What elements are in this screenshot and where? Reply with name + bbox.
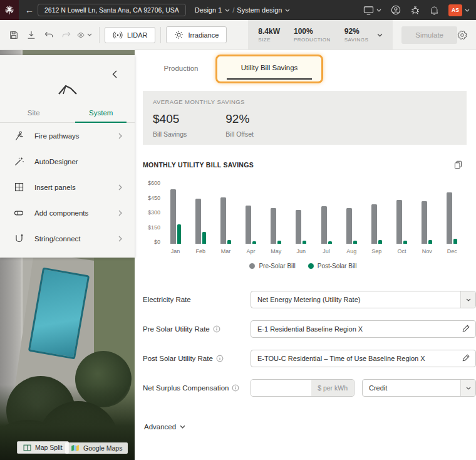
save-button[interactable] (7, 28, 21, 43)
bar-group-may: May (271, 183, 281, 254)
eye-icon (77, 31, 85, 39)
x-tick-label: Jan (171, 248, 180, 254)
bar-group-sep: Sep (371, 183, 382, 254)
chevron-right-icon (118, 236, 122, 242)
bill-offset-stat: 92% Bill Offset (225, 112, 254, 138)
map-split-label: Map Split (35, 444, 63, 451)
savings-panel: Production Utility Bill Savings AVERAGE … (135, 50, 476, 460)
post-solar-rate-input[interactable] (251, 350, 476, 367)
legend-label: Post-Solar Bill (318, 263, 357, 269)
post-solar-bar (177, 224, 181, 244)
average-monthly-savings-card: AVERAGE MONTHLY SAVINGS $405 Bill Saving… (143, 91, 467, 145)
google-maps-button[interactable]: Google Maps (65, 442, 128, 454)
net-surplus-type-select[interactable]: Credit (362, 379, 476, 397)
rate-settings-form: Electricity Rate Net Energy Metering (Ut… (143, 291, 476, 409)
chevron-down-icon (225, 9, 230, 12)
bill-savings-label: Bill Savings (153, 130, 187, 138)
y-tick-label: $600 (139, 180, 160, 186)
tab-site[interactable]: Site (0, 105, 68, 122)
aurora-logo[interactable] (0, 0, 19, 20)
electricity-rate-label: Electricity Rate (143, 296, 251, 303)
legend-dot-icon (249, 263, 255, 269)
pre-solar-bar (371, 204, 377, 244)
post-solar-bar (252, 241, 256, 244)
bar-group-jan: Jan (170, 183, 181, 254)
info-icon[interactable] (216, 355, 224, 362)
post-solar-rate-label: Post Solar Utility Rate (143, 355, 251, 362)
irradiance-button-label: Irradiance (188, 31, 219, 39)
menu-item-add-components[interactable]: Add components (0, 200, 135, 226)
tab-system[interactable]: System (68, 105, 135, 122)
pre-solar-bar (220, 197, 226, 244)
tools-panel: Site System Fire pathways AutoDesigner I… (0, 55, 135, 258)
menu-item-autodesigner[interactable]: AutoDesigner (0, 149, 135, 174)
bill-savings-stat: $405 Bill Savings (153, 112, 187, 138)
chevron-down-icon (180, 425, 185, 429)
bar-group-nov: Nov (422, 183, 432, 254)
back-button[interactable]: ← (25, 5, 34, 15)
stat-size: 8.4kW SIZE (258, 27, 280, 43)
account-icon[interactable] (391, 5, 401, 15)
irradiance-button[interactable]: Irradiance (166, 26, 227, 43)
pre-solar-rate-input[interactable] (251, 320, 476, 338)
design-selector[interactable]: Design 1 (195, 6, 230, 14)
pre-solar-bar (422, 201, 427, 244)
google-maps-icon (71, 444, 80, 452)
chart-title: MONTHLY UTILITY BILL SAVINGS (143, 161, 254, 169)
electricity-rate-value: Net Energy Metering (Utility Rate) (257, 296, 360, 303)
post-solar-bar (428, 240, 432, 244)
settings-gear-button[interactable] (457, 30, 467, 40)
post-solar-bar (353, 241, 357, 244)
map-split-button[interactable]: Map Split (17, 441, 69, 454)
user-menu[interactable]: AS (448, 4, 470, 16)
page-selector[interactable]: System design (237, 6, 290, 14)
info-icon[interactable] (232, 384, 239, 392)
bug-icon[interactable] (410, 5, 420, 15)
redo-button[interactable] (59, 28, 73, 43)
net-surplus-row: Net Surplus Compensation $ per kWh Credi… (143, 379, 476, 397)
bar-group-jun: Jun (296, 183, 306, 254)
menu-item-label: Fire pathways (34, 132, 118, 140)
chevron-down-icon (465, 9, 470, 12)
download-button[interactable] (24, 28, 38, 43)
pre-solar-bar (170, 189, 176, 244)
net-surplus-input[interactable] (251, 380, 311, 396)
visibility-button[interactable] (77, 28, 92, 43)
edit-pencil-icon[interactable] (462, 353, 470, 362)
panel-collapse-button[interactable] (112, 70, 117, 78)
post-solar-bar (227, 240, 231, 244)
chevron-down-icon (285, 9, 290, 12)
copy-button[interactable] (454, 160, 462, 169)
info-icon[interactable] (213, 325, 220, 333)
pre-solar-bar (321, 206, 327, 244)
chart-plot: JanFebMarAprMayJunJulAugSepOctNovDec (160, 183, 467, 254)
stat-savings-label: SAVINGS (344, 37, 368, 43)
edit-pencil-icon[interactable] (462, 324, 470, 332)
y-tick-label: $450 (139, 195, 160, 201)
tab-highlight-annotation: Utility Bill Savings (215, 55, 323, 83)
tab-utility-bill-savings[interactable]: Utility Bill Savings (217, 64, 321, 71)
x-tick-label: Nov (422, 248, 432, 254)
menu-item-fire-pathways[interactable]: Fire pathways (0, 123, 135, 149)
post-solar-rate-row: Post Solar Utility Rate (143, 350, 476, 367)
undo-icon (44, 30, 54, 40)
menu-item-label: String/connect (34, 235, 118, 243)
undo-button[interactable] (42, 28, 56, 43)
menu-item-label: Add components (34, 209, 118, 217)
gear-icon (457, 30, 467, 40)
bar-group-apr: Apr (246, 183, 256, 254)
simulate-button[interactable]: Simulate (401, 26, 457, 44)
menu-item-insert-panels[interactable]: Insert panels (0, 174, 135, 200)
menu-item-label: AutoDesigner (34, 158, 122, 165)
advanced-toggle[interactable]: Advanced (144, 423, 185, 431)
menu-item-string-connect[interactable]: String/connect (0, 226, 135, 251)
lidar-button[interactable]: LIDAR (105, 27, 155, 43)
address-display[interactable]: 2612 N Lowell Ln, Santa Ana, CA 92706, U… (38, 4, 186, 16)
notifications-icon[interactable] (430, 5, 439, 15)
tab-production[interactable]: Production (152, 65, 210, 72)
display-settings-button[interactable] (363, 6, 381, 15)
stats-expand-button[interactable] (377, 33, 383, 37)
bill-savings-value: $405 (153, 112, 187, 126)
electricity-rate-select[interactable]: Net Energy Metering (Utility Rate) (251, 291, 476, 308)
avatar[interactable]: AS (448, 4, 462, 16)
